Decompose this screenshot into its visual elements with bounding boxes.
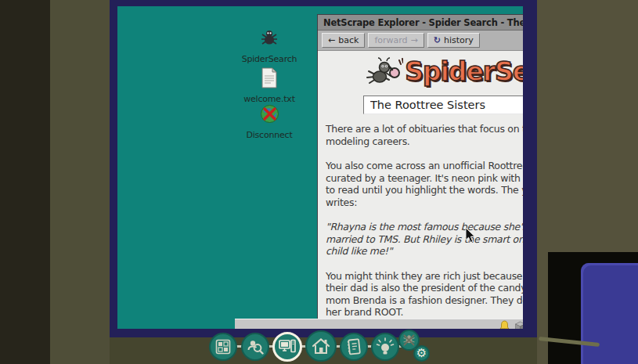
home-icon xyxy=(312,337,330,355)
computer-icon xyxy=(279,339,296,355)
dock-computer-button[interactable] xyxy=(272,332,302,362)
history-button[interactable]: ↻ history xyxy=(427,33,480,48)
room-blue-furniture xyxy=(581,263,638,364)
spidersearch-logo: SpiderSearch xyxy=(326,54,523,88)
forward-button[interactable]: forward → xyxy=(368,33,424,48)
forward-arrow-icon: → xyxy=(411,35,418,45)
desktop-icon-disconnect[interactable]: Disconnect xyxy=(235,103,304,140)
package-cube-icon[interactable] xyxy=(514,320,523,330)
hint-lightbulb-icon xyxy=(376,337,395,356)
evidence-board-icon xyxy=(215,339,231,355)
back-arrow-icon: ← xyxy=(328,35,335,45)
notebook-icon xyxy=(346,338,362,355)
spider-crossed-icon xyxy=(402,333,416,347)
dock-hints-button[interactable] xyxy=(371,333,399,361)
dock-people-search-button[interactable] xyxy=(241,333,269,361)
browser-window: NetScrape Explorer - Spider Search - The… xyxy=(317,14,523,321)
dock-settings-button[interactable]: ⚙ xyxy=(413,345,430,362)
people-search-icon xyxy=(247,338,264,355)
webmaster-quote: "Rhayna is the most famous because she's… xyxy=(326,221,523,258)
browser-toolbar: ← back forward → ↻ history NE xyxy=(318,31,523,51)
document-icon xyxy=(261,77,278,92)
paragraph: There are a lot of obituaries that focus… xyxy=(326,123,523,147)
spidersearch-logo-text: SpiderSearch xyxy=(405,56,523,87)
desktop-icon-label: Disconnect xyxy=(235,130,304,140)
room-wall-olive xyxy=(50,0,111,364)
room-wall-dark xyxy=(0,0,50,364)
dock-home-button[interactable] xyxy=(305,330,337,362)
dock-evidence-board-button[interactable] xyxy=(209,333,237,361)
back-button[interactable]: ← back xyxy=(322,33,365,48)
page-content: SpiderSearch × search There are a lot of… xyxy=(318,50,523,320)
search-bar: × search xyxy=(326,95,523,114)
search-result-text: There are a lot of obituaries that focus… xyxy=(326,123,523,320)
notification-bell-icon[interactable] xyxy=(499,320,510,330)
system-tray: 7:03 PM - 6 Dec, 1998 xyxy=(499,320,523,330)
desktop: SpiderSearch welcome.txt xyxy=(117,6,523,329)
desktop-icon-label: SpiderSearch xyxy=(235,54,304,64)
paragraph: You also come across an unofficial Roott… xyxy=(326,160,523,208)
paragraph: You might think they are rich just becau… xyxy=(326,270,523,319)
history-icon: ↻ xyxy=(434,35,441,45)
window-titlebar[interactable]: NetScrape Explorer - Spider Search - The… xyxy=(318,15,523,31)
globe-disconnect-icon xyxy=(259,113,280,128)
desktop-icon-welcome-txt[interactable]: welcome.txt xyxy=(235,67,304,104)
gear-icon: ⚙ xyxy=(416,348,427,359)
history-label: history xyxy=(444,35,474,45)
search-input[interactable] xyxy=(363,96,523,114)
game-scene: SpiderSearch welcome.txt xyxy=(0,0,638,364)
spider-magnifier-icon xyxy=(362,54,403,88)
window-title: NetScrape Explorer - Spider Search - The… xyxy=(323,17,523,28)
back-label: back xyxy=(338,35,359,45)
desktop-icon-spidersearch[interactable]: SpiderSearch xyxy=(235,28,304,64)
forward-label: forward xyxy=(374,35,407,45)
taskbar: 7:03 PM - 6 Dec, 1998 xyxy=(235,319,523,329)
mouse-cursor xyxy=(465,228,476,247)
dock-notebook-button[interactable] xyxy=(340,333,368,361)
spider-icon xyxy=(258,37,281,52)
